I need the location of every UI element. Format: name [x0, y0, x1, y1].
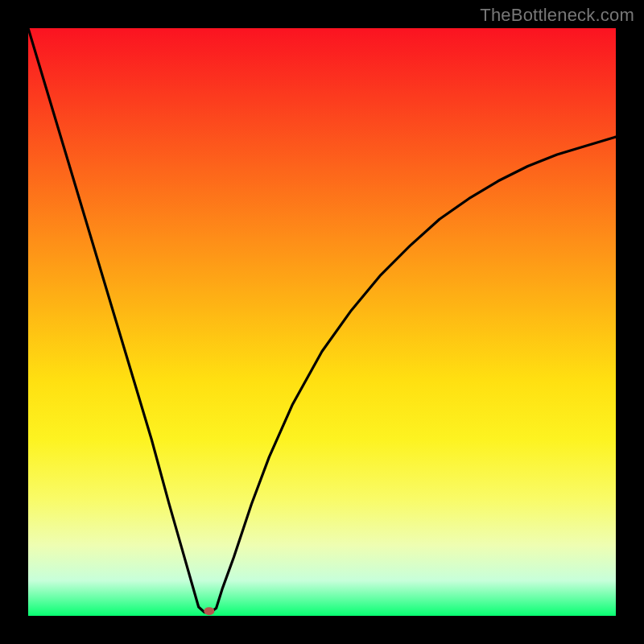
min-marker — [204, 607, 214, 615]
chart-frame: TheBottleneck.com — [0, 0, 644, 644]
curve-line — [28, 28, 616, 613]
chart-svg — [28, 28, 616, 616]
plot-area — [28, 28, 616, 616]
watermark-text: TheBottleneck.com — [480, 5, 634, 26]
